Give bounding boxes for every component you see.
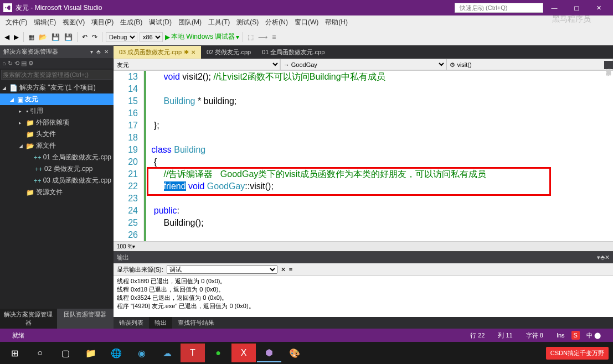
dropdown-icon[interactable]: ▾ — [89, 49, 95, 55]
start-button[interactable]: ⊞ — [2, 344, 27, 362]
redo-icon[interactable]: ↷ — [91, 32, 99, 42]
line-numbers: 131415161718192021222324252627 — [114, 71, 144, 241]
clear-icon[interactable]: ✕ — [281, 266, 286, 273]
open-icon[interactable]: 📂 — [38, 32, 48, 42]
ime-lang[interactable]: 中 ⬤ — [580, 331, 607, 340]
menu-item[interactable]: 生成(B) — [117, 18, 146, 27]
refresh-icon[interactable]: ↻ — [8, 60, 13, 67]
headers-node[interactable]: 📁 头文件 — [0, 128, 114, 140]
status-ready: 就绪 — [6, 331, 31, 340]
menu-item[interactable]: 测试(S) — [233, 18, 262, 27]
status-char: 字符 8 — [519, 331, 550, 340]
edge-icon[interactable]: 🌐 — [104, 344, 128, 362]
output-panel: 输出 ▾ ⬘ ✕ 显示输出来源(S): 调试 ✕ ≡ 线程 0x18f0 已退出… — [114, 251, 613, 329]
output-source-select[interactable]: 调试 — [167, 265, 277, 274]
menu-item[interactable]: 项目(P) — [88, 18, 117, 27]
new-project-icon[interactable]: ▦ — [27, 32, 35, 42]
close-button[interactable]: ✕ — [588, 4, 610, 12]
toolbar-icon[interactable]: ⬚ — [246, 32, 255, 42]
csdn-badge: CSDN搞定千变万野 — [546, 347, 609, 360]
tab-solution-explorer[interactable]: 解决方案资源管理器 — [0, 309, 57, 329]
app-icon[interactable]: ☁ — [155, 344, 179, 362]
external-deps-node[interactable]: ▸📁 外部依赖项 — [0, 117, 114, 128]
output-text[interactable]: 线程 0x18f0 已退出，返回值为 0 (0x0)。线程 0xd18 已退出，… — [114, 276, 613, 317]
references-node[interactable]: ▸▪ 引用 — [0, 105, 114, 117]
menu-item[interactable]: 工具(T) — [205, 18, 233, 27]
resources-node[interactable]: 📁 资源文件 — [0, 186, 114, 198]
member-select[interactable]: ⚙ visit() — [446, 59, 613, 70]
status-line: 行 22 — [463, 331, 491, 340]
app-icon[interactable]: ● — [206, 344, 230, 362]
minimize-button[interactable]: — — [543, 4, 565, 11]
source-file[interactable]: ++ 03 成员函数做友元.cpp — [0, 175, 114, 186]
vs-taskbar-icon[interactable]: ⬢ — [257, 344, 281, 362]
filter-icon[interactable]: ▤ — [21, 60, 27, 67]
menu-item[interactable]: 团队(M) — [175, 18, 205, 27]
scope-select[interactable]: 友元 — [114, 59, 280, 70]
status-ins: Ins — [550, 332, 571, 339]
solution-node[interactable]: ◢📄 解决方案 "友元"(1 个项目) — [0, 82, 114, 93]
tab-team-explorer[interactable]: 团队资源管理器 — [57, 309, 114, 329]
toggle-icon[interactable]: ≡ — [289, 266, 292, 273]
explorer-icon[interactable]: 📁 — [79, 344, 103, 362]
solution-tree[interactable]: ◢📄 解决方案 "友元"(1 个项目) ◢▣ 友元 ▸▪ 引用 ▸📁 外部依赖项… — [0, 81, 114, 309]
menu-item[interactable]: 调试(D) — [146, 18, 175, 27]
close-tab-icon[interactable]: ✕ — [191, 49, 195, 55]
task-view-icon[interactable]: ▢ — [53, 344, 78, 362]
output-tabs: 错误列表 输出 查找符号结果 — [114, 317, 613, 329]
toolbar-icon[interactable]: ⟶ — [257, 32, 269, 42]
ime-indicator[interactable]: S — [571, 331, 580, 340]
toolbar-icon[interactable]: ≡ — [271, 32, 277, 42]
nav-band: 友元 → GoodGay ⚙ visit() — [114, 59, 613, 71]
window-title: 友元 - Microsoft Visual Studio — [16, 3, 102, 13]
home-icon[interactable]: ⌂ — [2, 60, 6, 67]
save-all-icon[interactable]: 💾 — [63, 32, 74, 42]
nav-forward-icon[interactable]: ▶ — [13, 32, 20, 42]
pin-icon[interactable]: ⬘ — [600, 254, 605, 261]
menu-item[interactable]: 编辑(E) — [30, 18, 59, 27]
tab-output[interactable]: 输出 — [149, 317, 172, 329]
code-editor[interactable]: 131415161718192021222324252627 void visi… — [114, 71, 613, 241]
app-icon[interactable]: T — [181, 344, 205, 362]
source-file[interactable]: ++ 01 全局函数做友元.cpp — [0, 152, 114, 163]
maximize-button[interactable]: ▢ — [565, 4, 588, 12]
search-icon[interactable]: ○ — [28, 344, 52, 362]
code-content[interactable]: void visit2(); //让visit2函数不可以访问Building中… — [144, 71, 613, 241]
side-tab-notifications[interactable]: 通知 诊断工具 — [604, 61, 613, 69]
tab-find-results[interactable]: 查找符号结果 — [172, 317, 220, 329]
run-button[interactable]: ▶ 本地 Windows 调试器 ▾ — [165, 32, 239, 41]
quick-launch-input[interactable] — [455, 3, 543, 13]
windows-taskbar: ⊞ ○ ▢ 📁 🌐 ◉ ☁ T ● X ⬢ 🎨 — [0, 342, 613, 364]
type-select[interactable]: → GoodGay — [280, 59, 447, 70]
paint-icon[interactable]: 🎨 — [282, 344, 307, 362]
app-icon[interactable]: ◉ — [130, 344, 154, 362]
nav-back-icon[interactable]: ◀ — [3, 32, 11, 42]
menu-item[interactable]: 帮助(H) — [322, 18, 351, 27]
platform-select[interactable]: x86 — [140, 32, 163, 42]
config-select[interactable]: Debug — [106, 32, 137, 42]
menu-item[interactable]: 文件(F) — [2, 18, 30, 27]
sync-icon[interactable]: ⟲ — [14, 60, 19, 67]
sources-node[interactable]: ◢📂 源文件 — [0, 140, 114, 152]
doc-tab[interactable]: 01 全局函数做友元.cpp — [256, 46, 330, 59]
pin-icon[interactable]: ⬘ — [95, 49, 102, 55]
menu-item[interactable]: 分析(N) — [262, 18, 291, 27]
properties-icon[interactable]: ⚙ — [28, 60, 34, 67]
close-panel-icon[interactable]: ✕ — [605, 254, 610, 261]
menu-item[interactable]: 视图(V) — [59, 18, 88, 27]
solution-toolstrip: ⌂ ↻ ⟲ ▤ ⚙ — [0, 58, 114, 69]
status-bar: 就绪 行 22 列 11 字符 8 Ins S 中 ⬤ — [0, 329, 613, 342]
source-file[interactable]: ++ 02 类做友元.cpp — [0, 163, 114, 175]
menu-item[interactable]: 窗口(W) — [291, 18, 322, 27]
app-icon[interactable]: X — [231, 344, 256, 362]
menu-bar: 文件(F)编辑(E)视图(V)项目(P)生成(B)调试(D)团队(M)工具(T)… — [0, 15, 613, 29]
tab-error-list[interactable]: 错误列表 — [114, 317, 149, 329]
solution-search-input[interactable] — [1, 70, 112, 80]
save-icon[interactable]: 💾 — [50, 32, 61, 42]
undo-icon[interactable]: ↶ — [81, 32, 89, 42]
doc-tab[interactable]: 02 类做友元.cpp — [201, 46, 256, 59]
doc-tab-active[interactable]: 03 成员函数做友元.cpp ✱ ✕ — [114, 46, 201, 59]
close-panel-icon[interactable]: ✕ — [102, 49, 110, 55]
editor-zoom[interactable]: 100 % ▾ — [114, 241, 613, 251]
project-node[interactable]: ◢▣ 友元 — [0, 93, 114, 105]
